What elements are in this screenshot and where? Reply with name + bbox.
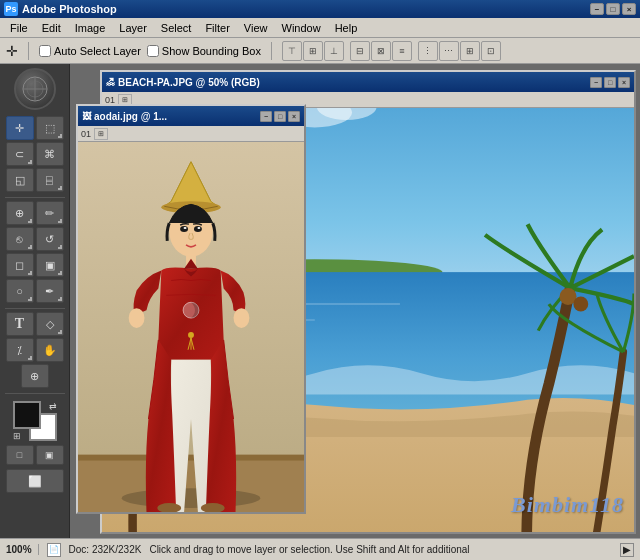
auto-select-label: Auto Select Layer	[39, 45, 141, 57]
text-tool-btn[interactable]: T	[6, 312, 34, 336]
menu-help[interactable]: Help	[329, 20, 364, 36]
magic-wand-btn[interactable]: ⌘	[36, 142, 64, 166]
tool-divider-2	[5, 308, 65, 309]
align-bottom-btn[interactable]: ⊥	[324, 41, 344, 61]
aodai-maximize-btn[interactable]: □	[274, 111, 286, 122]
window-controls: − □ ×	[590, 3, 636, 15]
maximize-button[interactable]: □	[606, 3, 620, 15]
align-buttons: ⊤ ⊞ ⊥	[282, 41, 344, 61]
aodai-toolbar: 01 ⊞	[78, 126, 304, 142]
doc-info: Doc: 232K/232K	[69, 544, 142, 555]
reset-colors[interactable]: ⊞	[13, 431, 21, 441]
zoom-level: 100%	[6, 544, 39, 555]
gradient-tool-btn[interactable]: ▣	[36, 253, 64, 277]
pen-tool-btn[interactable]: ✒	[36, 279, 64, 303]
aodai-window[interactable]: 🖼 aodai.jpg @ 1... − □ × 01 ⊞	[76, 104, 306, 514]
options-bar: ✛ Auto Select Layer Show Bounding Box ⊤ …	[0, 38, 640, 64]
beach-minimize-btn[interactable]: −	[590, 77, 602, 88]
extra-btn-3[interactable]: ⊞	[460, 41, 480, 61]
marquee-tool-btn[interactable]: ⬚	[36, 116, 64, 140]
menu-image[interactable]: Image	[69, 20, 112, 36]
shape-tool-btn[interactable]: ◇	[36, 312, 64, 336]
menu-filter[interactable]: Filter	[199, 20, 235, 36]
menu-select[interactable]: Select	[155, 20, 198, 36]
crop-tool-btn[interactable]: ◱	[6, 168, 34, 192]
dist-vcenter-btn[interactable]: ⊠	[371, 41, 391, 61]
extra-btn-4[interactable]: ⊡	[481, 41, 501, 61]
aodai-toolbar-btn1[interactable]: ⊞	[94, 128, 108, 140]
screen-mode-btn[interactable]: ⬜	[6, 469, 64, 493]
extra-btn-1[interactable]: ⋮	[418, 41, 438, 61]
aodai-image	[78, 142, 304, 512]
beach-channel: 01	[105, 95, 115, 105]
align-vcenter-btn[interactable]: ⊞	[303, 41, 323, 61]
aodai-close-btn[interactable]: ×	[288, 111, 300, 122]
tool-divider-1	[5, 197, 65, 198]
app-icon: Ps	[4, 2, 18, 16]
close-button[interactable]: ×	[622, 3, 636, 15]
tool-row-7: ○ ✒	[6, 279, 64, 303]
aodai-channel: 01	[81, 129, 91, 139]
status-bar: 100% 📄 Doc: 232K/232K Click and drag to …	[0, 538, 640, 560]
move-tool-btn[interactable]: ✛	[6, 116, 34, 140]
svg-point-23	[122, 488, 261, 508]
dist-top-btn[interactable]: ⊟	[350, 41, 370, 61]
lasso-tool-btn[interactable]: ⊂	[6, 142, 34, 166]
tool-row-4: ⊕ ✏	[6, 201, 64, 225]
brush-tool-btn[interactable]: ✏	[36, 201, 64, 225]
distribute-buttons: ⊟ ⊠ ≡	[350, 41, 412, 61]
heal-tool-btn[interactable]: ⊕	[6, 201, 34, 225]
menu-file[interactable]: File	[4, 20, 34, 36]
swap-colors[interactable]: ⇄	[49, 401, 57, 411]
svg-point-26	[180, 226, 188, 232]
separator-1	[28, 42, 29, 60]
tool-row-5: ⎋ ↺	[6, 227, 64, 251]
svg-point-27	[194, 226, 202, 232]
beach-maximize-btn[interactable]: □	[604, 77, 616, 88]
separator-2	[271, 42, 272, 60]
auto-select-checkbox[interactable]	[39, 45, 51, 57]
dist-bottom-btn[interactable]: ≡	[392, 41, 412, 61]
main-area: ✛ ⬚ ⊂ ⌘ ◱ ⌸ ⊕ ✏ ⎋ ↺ ◻ ▣ ○ ✒ T	[0, 64, 640, 538]
tool-row-10: ⊕	[21, 364, 49, 388]
foreground-color[interactable]	[13, 401, 41, 429]
canvas-area[interactable]: 🏖 BEACH-PA.JPG @ 50% (RGB) − □ × 01 ⊞	[70, 64, 640, 538]
mode-row: □ ▣	[6, 445, 64, 465]
menu-window[interactable]: Window	[276, 20, 327, 36]
quick-mask-btn[interactable]: ▣	[36, 445, 64, 465]
minimize-button[interactable]: −	[590, 3, 604, 15]
tool-row-3: ◱ ⌸	[6, 168, 64, 192]
beach-close-btn[interactable]: ×	[618, 77, 630, 88]
aodai-window-title: aodai.jpg @ 1...	[94, 111, 167, 122]
status-hint: Click and drag to move layer or selectio…	[149, 544, 612, 555]
menu-layer[interactable]: Layer	[113, 20, 153, 36]
svg-point-33	[188, 332, 194, 338]
slice-tool-btn[interactable]: ⌸	[36, 168, 64, 192]
history-btn[interactable]: ↺	[36, 227, 64, 251]
aodai-title-bar: 🖼 aodai.jpg @ 1... − □ ×	[78, 106, 304, 126]
svg-point-28	[184, 227, 187, 229]
stamp-tool-btn[interactable]: ⎋	[6, 227, 34, 251]
app-title: Adobe Photoshop	[22, 3, 117, 15]
watermark: Bimbim118	[511, 492, 624, 518]
aodai-win-controls: − □ ×	[260, 111, 300, 122]
status-arrow-btn[interactable]: ▶	[620, 543, 634, 557]
tool-row-9: ⁒ ✋	[6, 338, 64, 362]
menu-view[interactable]: View	[238, 20, 274, 36]
photoshop-logo	[14, 68, 56, 110]
tool-divider-3	[5, 393, 65, 394]
aodai-minimize-btn[interactable]: −	[260, 111, 272, 122]
bounding-box-label: Show Bounding Box	[147, 45, 261, 57]
dodge-tool-btn[interactable]: ○	[6, 279, 34, 303]
move-tool-icon: ✛	[6, 43, 18, 59]
eyedropper-btn[interactable]: ⁒	[6, 338, 34, 362]
menu-edit[interactable]: Edit	[36, 20, 67, 36]
zoom-tool-btn[interactable]: ⊕	[21, 364, 49, 388]
hand-tool-btn[interactable]: ✋	[36, 338, 64, 362]
bounding-box-checkbox[interactable]	[147, 45, 159, 57]
align-top-btn[interactable]: ⊤	[282, 41, 302, 61]
standard-mode-btn[interactable]: □	[6, 445, 34, 465]
extra-btn-2[interactable]: ⋯	[439, 41, 459, 61]
doc-icon[interactable]: 📄	[47, 543, 61, 557]
eraser-tool-btn[interactable]: ◻	[6, 253, 34, 277]
